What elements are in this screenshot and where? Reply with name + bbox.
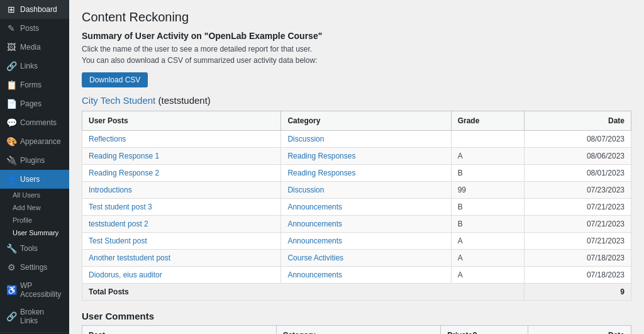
sidebar-item-pages[interactable]: 📄 Pages bbox=[0, 94, 69, 113]
sidebar-subitem-all-users[interactable]: All Users bbox=[0, 189, 69, 201]
sidebar-label-tools: Tools bbox=[20, 244, 38, 253]
sidebar-label-media: Media bbox=[20, 43, 41, 52]
summary-desc-1: Click the name of the user to see a more… bbox=[82, 45, 631, 53]
post-link[interactable]: Introductions bbox=[89, 186, 132, 194]
category-link[interactable]: Announcements bbox=[287, 220, 342, 228]
comments-icon: 💬 bbox=[6, 118, 16, 128]
table-row: Reading Response 2 Reading Responses B 0… bbox=[82, 165, 631, 182]
total-label: Total Posts bbox=[82, 284, 525, 301]
table-row: Another teststudent post Course Activiti… bbox=[82, 250, 631, 267]
summary-heading: Summary of User Activity on "OpenLab Exa… bbox=[82, 31, 631, 41]
col-post: Post bbox=[82, 326, 277, 335]
comments-table: Post Category Private? Date On Reading R… bbox=[82, 325, 631, 334]
category-link[interactable]: Discussion bbox=[287, 186, 324, 194]
date-cell: 08/07/2023 bbox=[525, 131, 631, 148]
post-link[interactable]: Diodorus, eius auditor bbox=[89, 270, 162, 279]
sidebar-label-plugins: Plugins bbox=[20, 156, 45, 165]
category-link[interactable]: Discussion bbox=[287, 135, 324, 143]
sidebar-subitem-add-new[interactable]: Add New bbox=[0, 201, 69, 214]
sidebar-item-appearance[interactable]: 🎨 Appearance bbox=[0, 132, 69, 151]
sidebar-item-settings[interactable]: ⚙ Settings bbox=[0, 258, 69, 277]
date-cell: 08/06/2023 bbox=[525, 148, 631, 165]
sidebar: ⊞ Dashboard ✎ Posts 🖼 Media 🔗 Links 📋 Fo… bbox=[0, 0, 69, 334]
media-icon: 🖼 bbox=[6, 42, 16, 52]
col-category-comments: Category bbox=[276, 326, 440, 335]
user-title: City Tech Student (teststudent) bbox=[82, 95, 631, 106]
sidebar-item-dashboard[interactable]: ⊞ Dashboard bbox=[0, 0, 69, 19]
category-link[interactable]: Course Activities bbox=[287, 253, 343, 262]
sidebar-item-plugins[interactable]: 🔌 Plugins bbox=[0, 151, 69, 170]
dashboard-icon: ⊞ bbox=[6, 4, 16, 14]
user-name-link[interactable]: City Tech Student bbox=[82, 95, 155, 106]
category-link[interactable]: Announcements bbox=[287, 237, 342, 245]
sidebar-label-comments: Comments bbox=[20, 118, 57, 127]
links-icon: 🔗 bbox=[6, 61, 16, 71]
download-csv-button[interactable]: Download CSV bbox=[82, 72, 148, 87]
tools-icon: 🔧 bbox=[6, 243, 16, 253]
sidebar-item-broken-links[interactable]: 🔗 Broken Links bbox=[0, 303, 69, 330]
grade-cell: A bbox=[451, 233, 525, 250]
col-date-comments: Date bbox=[528, 326, 631, 335]
sidebar-label-broken-links: Broken Links bbox=[20, 308, 63, 325]
post-link[interactable]: Another teststudent post bbox=[89, 253, 170, 262]
table-row: Test Student post Announcements A 07/21/… bbox=[82, 233, 631, 250]
sidebar-label-appearance: Appearance bbox=[20, 137, 61, 146]
sidebar-item-tools[interactable]: 🔧 Tools bbox=[0, 239, 69, 258]
date-cell: 07/23/2023 bbox=[525, 182, 631, 199]
category-link[interactable]: Reading Responses bbox=[287, 152, 355, 160]
post-link[interactable]: Reflections bbox=[89, 135, 126, 143]
appearance-icon: 🎨 bbox=[6, 136, 16, 147]
date-cell: 07/18/2023 bbox=[525, 250, 631, 267]
sidebar-item-wp-accessibility[interactable]: ♿ WP Accessibility bbox=[0, 277, 69, 303]
sidebar-item-comments[interactable]: 💬 Comments bbox=[0, 113, 69, 132]
sidebar-item-users[interactable]: 👤 Users bbox=[0, 170, 69, 189]
post-cell: Reading Response 2 bbox=[82, 165, 281, 182]
post-cell: Introductions bbox=[82, 182, 281, 199]
post-cell: Another teststudent post bbox=[82, 250, 281, 267]
posts-table: User Posts Category Grade Date Reflectio… bbox=[82, 111, 631, 301]
sidebar-label-settings: Settings bbox=[20, 263, 47, 272]
pages-icon: 📄 bbox=[6, 99, 16, 109]
category-cell: Discussion bbox=[281, 131, 451, 148]
col-date: Date bbox=[525, 111, 631, 131]
post-link[interactable]: teststudent post 2 bbox=[89, 220, 148, 228]
table-row: Diodorus, eius auditor Announcements A 0… bbox=[82, 267, 631, 284]
user-handle: (teststudent) bbox=[158, 95, 210, 106]
sidebar-item-posts[interactable]: ✎ Posts bbox=[0, 19, 69, 38]
category-link[interactable]: Announcements bbox=[287, 203, 342, 211]
sidebar-label-pages: Pages bbox=[20, 99, 42, 108]
date-cell: 07/21/2023 bbox=[525, 216, 631, 233]
sidebar-label-forms: Forms bbox=[20, 81, 42, 89]
accessibility-icon: ♿ bbox=[6, 285, 16, 295]
col-category: Category bbox=[281, 111, 451, 131]
post-cell: teststudent post 2 bbox=[82, 216, 281, 233]
users-icon: 👤 bbox=[6, 174, 16, 184]
total-value: 9 bbox=[525, 284, 631, 301]
sidebar-subitem-profile[interactable]: Profile bbox=[0, 214, 69, 226]
table-row: teststudent post 2 Announcements B 07/21… bbox=[82, 216, 631, 233]
category-cell: Announcements bbox=[281, 233, 451, 250]
sidebar-item-media[interactable]: 🖼 Media bbox=[0, 38, 69, 57]
sidebar-label-users: Users bbox=[20, 175, 40, 184]
grade-cell: A bbox=[451, 250, 525, 267]
post-cell: Reflections bbox=[82, 131, 281, 148]
sidebar-item-links[interactable]: 🔗 Links bbox=[0, 57, 69, 75]
comments-table-header: Post Category Private? Date bbox=[82, 326, 631, 335]
sidebar-item-forms[interactable]: 📋 Forms bbox=[0, 75, 69, 94]
broken-links-icon: 🔗 bbox=[6, 311, 16, 321]
sidebar-label-dashboard: Dashboard bbox=[20, 5, 57, 14]
post-cell: Test Student post bbox=[82, 233, 281, 250]
post-link[interactable]: Reading Response 2 bbox=[89, 169, 159, 177]
grade-cell: B bbox=[451, 199, 525, 216]
grade-cell: B bbox=[451, 216, 525, 233]
category-link[interactable]: Announcements bbox=[287, 270, 342, 279]
category-link[interactable]: Reading Responses bbox=[287, 169, 355, 177]
post-link[interactable]: Test student post 3 bbox=[89, 203, 152, 211]
sidebar-subitem-user-summary[interactable]: User Summary bbox=[0, 226, 69, 239]
summary-desc-2: You can also download a CSV of summarize… bbox=[82, 56, 631, 65]
date-cell: 07/21/2023 bbox=[525, 199, 631, 216]
post-link[interactable]: Reading Response 1 bbox=[89, 152, 159, 160]
sidebar-label-posts: Posts bbox=[20, 24, 39, 33]
date-cell: 07/18/2023 bbox=[525, 267, 631, 284]
post-link[interactable]: Test Student post bbox=[89, 237, 147, 245]
